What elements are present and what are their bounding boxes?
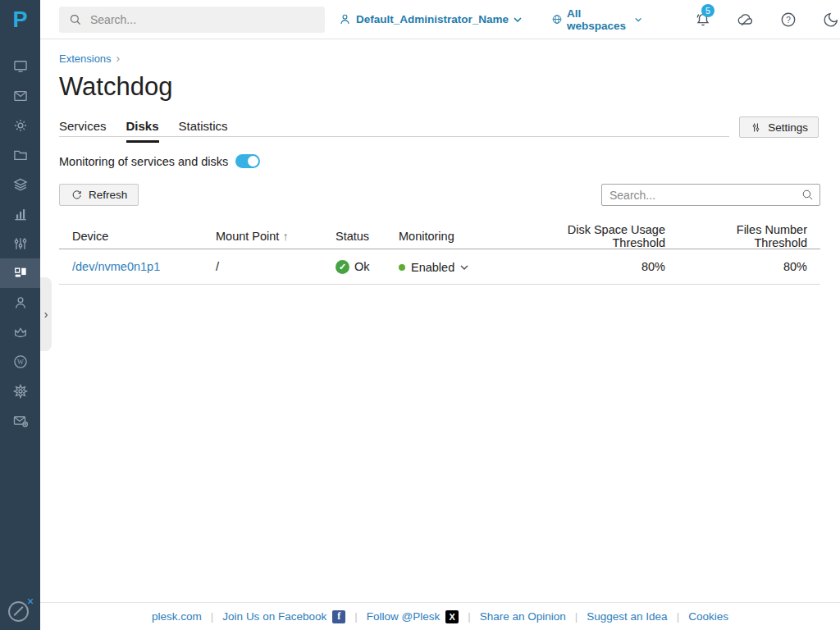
footer-link-facebook[interactable]: Join Us on Facebookf — [222, 610, 345, 623]
cloud-pencil-icon — [737, 11, 755, 29]
monitor-icon — [12, 58, 29, 75]
sidebar-expand-handle[interactable]: › — [40, 277, 52, 351]
sort-asc-icon: ↑ — [282, 230, 288, 243]
sidebar-item-statistics[interactable] — [0, 199, 40, 229]
sidebar-item-databases[interactable] — [0, 170, 40, 199]
crown-icon — [12, 324, 29, 340]
user-icon — [338, 12, 352, 26]
chevron-right-icon: › — [44, 308, 48, 321]
sidebar: P — [0, 0, 40, 630]
breadcrumb-extensions-link[interactable]: Extensions — [59, 52, 112, 65]
svg-text:W: W — [17, 358, 24, 366]
topbar-icons: 5 ? — [669, 11, 840, 29]
global-search-input[interactable] — [59, 7, 325, 33]
search-icon — [68, 12, 83, 27]
tabs-underline — [59, 136, 729, 137]
moon-icon — [822, 11, 840, 29]
footer-link-idea[interactable]: Suggest an Idea — [587, 610, 667, 623]
breadcrumb-separator: › — [116, 52, 121, 65]
bar-chart-icon — [12, 206, 29, 222]
list-search-input[interactable] — [601, 184, 820, 206]
close-icon[interactable]: × — [27, 596, 34, 607]
page-title: Watchdog — [59, 72, 820, 102]
disk-threshold-cell: 80% — [503, 260, 678, 273]
column-header-status[interactable]: Status — [322, 230, 386, 243]
footer-separator: | — [677, 610, 680, 623]
tabs: Services Disks Statistics — [59, 119, 820, 143]
footer-separator: | — [468, 610, 471, 623]
seo-flower-icon — [12, 383, 29, 399]
refresh-button[interactable]: Refresh — [59, 184, 139, 206]
chevron-down-icon — [460, 265, 468, 270]
table-header-row: Device Mount Point↑ Status Monitoring Di… — [59, 223, 820, 249]
sidebar-item-tools[interactable] — [0, 229, 40, 258]
device-link[interactable]: /dev/nvme0n1p1 — [72, 260, 160, 273]
sidebar-item-mail-security[interactable] — [0, 406, 40, 436]
footer-separator: | — [354, 610, 358, 623]
notifications-button[interactable]: 5 — [694, 11, 712, 29]
footer: plesk.com | Join Us on Facebookf | Follo… — [40, 602, 840, 630]
user-menu[interactable]: Default_Administrator_Name — [338, 12, 522, 26]
footer-link-cookies[interactable]: Cookies — [688, 610, 728, 623]
search-icon — [801, 188, 815, 202]
list-search — [601, 184, 820, 206]
enabled-dot-icon — [399, 264, 405, 271]
sidebar-item-wordpress[interactable]: W — [0, 347, 40, 377]
plesk-watchdog-screen: P — [0, 0, 840, 630]
main-content: Extensions › Watchdog Services Disks Sta… — [59, 39, 820, 285]
sidebar-item-mail[interactable] — [0, 81, 40, 111]
monitoring-toggle[interactable] — [235, 154, 260, 168]
column-header-mount-point[interactable]: Mount Point↑ — [203, 230, 322, 243]
user-name: Default_Administrator_Name — [356, 13, 509, 25]
sidebar-item-settings[interactable] — [0, 111, 40, 140]
sidebar-item-users[interactable] — [0, 288, 40, 317]
user-icon — [12, 294, 29, 311]
plesk-logo[interactable]: P — [0, 0, 40, 39]
gear-icon — [12, 117, 29, 134]
sidebar-item-extensions[interactable] — [0, 258, 40, 288]
tab-disks[interactable]: Disks — [126, 119, 159, 143]
settings-button[interactable]: Settings — [739, 116, 819, 138]
chevron-down-icon — [635, 17, 641, 22]
help-button[interactable]: ? — [779, 11, 797, 29]
svg-text:?: ? — [786, 15, 791, 24]
notifications-badge: 5 — [701, 4, 714, 17]
column-header-files-threshold[interactable]: Files Number Threshold — [678, 223, 820, 249]
monitoring-toggle-label: Monitoring of services and disks — [59, 155, 228, 168]
sidebar-item-websites[interactable] — [0, 52, 40, 81]
footer-link-twitter[interactable]: Follow @PleskX — [367, 610, 459, 623]
topbar-right: Default_Administrator_Name All webspaces… — [338, 7, 840, 32]
column-header-device[interactable]: Device — [59, 230, 203, 243]
footer-separator: | — [575, 610, 578, 623]
sidebar-nav: W — [0, 52, 40, 436]
tab-statistics[interactable]: Statistics — [179, 119, 228, 143]
mail-icon — [12, 88, 29, 104]
monitoring-toggle-row: Monitoring of services and disks — [59, 154, 820, 168]
sidebar-item-seo[interactable] — [0, 377, 40, 406]
footer-link-plesk[interactable]: plesk.com — [152, 610, 202, 623]
help-icon: ? — [779, 11, 797, 29]
tab-services[interactable]: Services — [59, 119, 107, 143]
folder-icon — [12, 147, 29, 163]
sidebar-item-subscriptions[interactable] — [0, 317, 40, 347]
table-row: /dev/nvme0n1p1 / ✓ Ok Enabled 80% 80% — [59, 249, 820, 285]
sidebar-item-files[interactable] — [0, 140, 40, 170]
assistant-icon[interactable] — [8, 601, 29, 622]
settings-button-label: Settings — [768, 121, 808, 134]
toggle-knob — [248, 156, 258, 167]
monitoring-cell: Enabled — [386, 260, 503, 274]
footer-link-opinion[interactable]: Share an Opinion — [480, 610, 566, 623]
feedback-button[interactable] — [737, 11, 755, 29]
column-header-monitoring[interactable]: Monitoring — [386, 230, 503, 243]
wordpress-icon: W — [12, 354, 29, 370]
status-ok-icon: ✓ — [336, 260, 349, 274]
globe-icon — [551, 12, 563, 26]
disks-table: Device Mount Point↑ Status Monitoring Di… — [59, 223, 820, 285]
webspaces-menu[interactable]: All webspaces — [551, 7, 641, 32]
status-text: Ok — [354, 260, 370, 273]
tabs-row: Services Disks Statistics Settings — [59, 119, 820, 138]
monitoring-dropdown[interactable]: Enabled — [399, 261, 468, 274]
layers-icon — [12, 176, 29, 193]
dark-mode-button[interactable] — [822, 11, 840, 29]
column-header-disk-threshold[interactable]: Disk Space Usage Threshold — [503, 223, 678, 249]
